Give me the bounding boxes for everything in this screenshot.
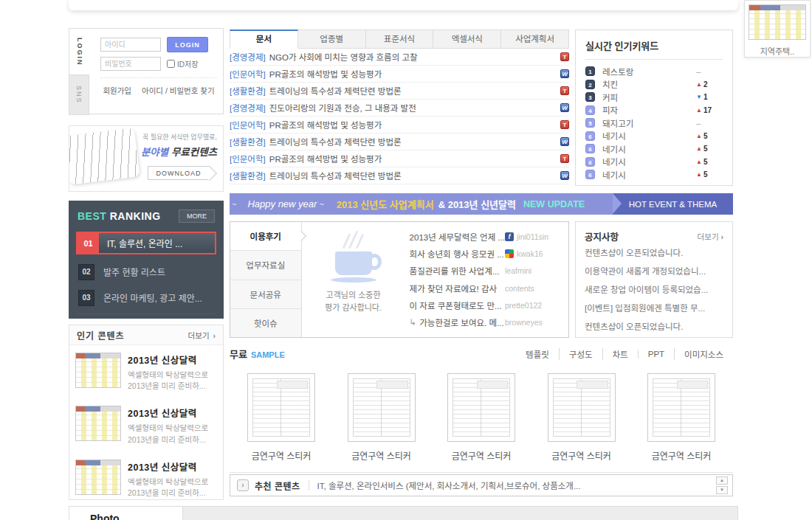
sample-links: 템플릿 구성도 차트 PPT 이미지소스 xyxy=(516,348,733,360)
document-row[interactable]: [인문어학]PR골조의 해석방법 및 성능평가W xyxy=(230,66,569,83)
saucer-icon xyxy=(331,277,376,282)
notice-item[interactable]: 이용약관이 새롭게 개정되었습니... xyxy=(585,262,723,280)
word-file-icon: W xyxy=(560,137,569,146)
tab-excel-forms[interactable]: 엑셀서식 xyxy=(433,30,501,49)
save-id-checkbox[interactable] xyxy=(167,60,175,68)
review-item[interactable]: 회사 송년회 행사 응모권 ...kwak16 xyxy=(410,246,561,261)
tab-standard-forms[interactable]: 표준서식 xyxy=(366,30,434,49)
popular-contents-panel: 인기 콘텐츠 더보기 › 2013년 신상달력엑셀형태의 탁상달력으로 2013… xyxy=(69,325,224,500)
hwp-file-icon: T xyxy=(560,120,569,129)
document-row[interactable]: [인문어학]PR골조의 해석방법 및 성능평가T xyxy=(230,150,569,167)
recommend-spinner: ▲ ▼ xyxy=(716,476,728,494)
calendar-thumbnail xyxy=(75,406,121,441)
steam-icon xyxy=(345,231,361,249)
document-thumbnail xyxy=(647,373,715,442)
sample-title: 무료 xyxy=(230,347,247,361)
link-template[interactable]: 템플릿 xyxy=(516,348,559,360)
review-item[interactable]: 이 자료 쿠폰형태로도 만...prette0122 xyxy=(410,298,561,313)
recommend-text[interactable]: IT, 솔루션, 온라인서비스 (제안서, 회사소개서, 기획서,브로슈어, 상… xyxy=(317,479,712,491)
keyword-item[interactable]: 6네기시▲5 xyxy=(585,130,723,143)
document-row[interactable]: [생활환경]트레이닝의 특수성과 체력단련 방법론T xyxy=(230,83,569,100)
recommend-label: 추천 콘텐츠 xyxy=(255,479,300,492)
tab-document-share[interactable]: 문서공유 xyxy=(230,280,301,309)
tab-industry[interactable]: 업종별 xyxy=(298,30,366,49)
document-thumbnail xyxy=(548,373,616,442)
document-row[interactable]: [생활환경]트레이닝의 특수성과 체력단련 방법론W xyxy=(230,134,569,150)
login-button[interactable]: LOGIN xyxy=(167,37,208,52)
signup-link[interactable]: 회원가입 xyxy=(103,85,131,96)
tab-user-reviews[interactable]: 이용후기 xyxy=(230,222,301,251)
tab-documents[interactable]: 문서 xyxy=(230,30,298,49)
keyword-item[interactable]: 5돼지고기– xyxy=(585,117,723,130)
document-row[interactable]: [경영경제]NGO가 사회에 미치는 영향과 흐름의 고찰T xyxy=(230,49,569,66)
best-ranking-panel: BEST RANKING MORE 01 IT, 솔루션, 온라인 ... 02… xyxy=(69,201,224,319)
link-diagram[interactable]: 구성도 xyxy=(559,348,602,360)
document-thumbnail xyxy=(348,373,416,442)
banner-highlight-text: 2013 신년도 사업계획서 xyxy=(337,197,434,211)
tab-hot-issue[interactable]: 핫이슈 xyxy=(230,309,301,337)
notice-item[interactable]: 컨텐츠샵이 오픈되었습니다. xyxy=(585,317,723,336)
scroll-up-button[interactable]: ▲ xyxy=(716,476,728,485)
document-row[interactable]: [경영경제]진도아리랑의 기원과 전승, 그 내용과 발전W xyxy=(230,100,569,117)
sample-card[interactable]: 금연구역 스티커 xyxy=(348,373,416,462)
notice-item[interactable]: 컨텐츠샵이 오픈되었습니다. xyxy=(585,243,723,262)
keyword-item[interactable]: 6네기시▲5 xyxy=(585,142,723,156)
link-ppt[interactable]: PPT xyxy=(638,350,674,358)
keyword-item[interactable]: 6네기시▲5 xyxy=(585,168,723,181)
free-contents-promo[interactable]: 꼭 필요한 서식만 업무별로, 분야별 무료컨텐츠 DOWNLOAD xyxy=(69,125,224,192)
keyword-item[interactable]: 2치킨▲2 xyxy=(585,78,723,91)
sample-card[interactable]: 금연구역 스티커 xyxy=(647,373,715,462)
review-item[interactable]: 2013년 세무달력은 언제 ...fjini011sin xyxy=(410,229,561,244)
password-input[interactable] xyxy=(100,57,161,71)
popular-item[interactable]: 2013년 신상달력엑셀형태의 탁상달력으로 2013년을 미리 준비하... xyxy=(69,345,223,398)
notice-item[interactable]: 새로운 창업 아이템이 등록되었습... xyxy=(585,280,723,299)
event-banner[interactable]: ~ Happy new year ~ 2013 신년도 사업계획서 & 2013… xyxy=(230,193,733,215)
link-chart[interactable]: 차트 xyxy=(602,348,638,360)
recommend-expand-button[interactable]: › xyxy=(237,479,249,491)
ranking-item-2[interactable]: 02 발주 현황 리스트 xyxy=(69,259,224,285)
notice-title: 공지사항 xyxy=(585,229,619,243)
keyword-item[interactable]: 1레스토랑– xyxy=(585,65,723,78)
ranking-item-3[interactable]: 03 온라인 마케팅, 광고 제안... xyxy=(69,285,224,311)
reviews-caption: 고객님의 소중한 평가 감사합니다. xyxy=(325,289,382,313)
brush-kit-image xyxy=(69,128,140,184)
sparkle-icon: ~ xyxy=(232,200,236,209)
review-item[interactable]: 제가 찾던 자료에요! 감사contents xyxy=(410,280,561,296)
corner-content-card[interactable]: 지역주택.. xyxy=(744,0,811,58)
document-row[interactable]: [생활환경]트레이닝의 특수성과 체력단련 방법론W xyxy=(230,167,569,184)
up-arrow-icon: ▲ xyxy=(696,171,702,178)
free-sample-section: 무료 SAMPLE 템플릿 구성도 차트 PPT 이미지소스 금연구역 스티커 … xyxy=(230,347,733,473)
scroll-down-button[interactable]: ▼ xyxy=(716,486,728,494)
download-button[interactable]: DOWNLOAD xyxy=(148,166,210,180)
sample-card[interactable]: 금연구역 스티커 xyxy=(548,373,616,462)
keyword-item[interactable]: 4피자▲17 xyxy=(585,104,723,117)
keyword-item[interactable]: 6네기시▲5 xyxy=(585,156,723,169)
popular-more-link[interactable]: 더보기 › xyxy=(188,330,216,341)
hot-event-link[interactable]: HOT EVENT & THEMA xyxy=(613,193,733,215)
notice-item[interactable]: [이벤트] 입점회원에겐 특별한 무... xyxy=(585,299,723,317)
ranking-more-button[interactable]: MORE xyxy=(179,209,215,223)
coffee-cup-illustration: 고객님의 소중한 평가 감사합니다. xyxy=(302,222,405,337)
document-row[interactable]: [인문어학]PR골조의 해석방법 및 성능평가T xyxy=(230,117,569,134)
recommend-bar: › 추천 콘텐츠 IT, 솔루션, 온라인서비스 (제안서, 회사소개서, 기획… xyxy=(230,474,733,496)
sample-card[interactable]: 금연구역 스티커 xyxy=(447,373,515,462)
best-ranking-title: BEST RANKING xyxy=(78,210,161,222)
review-item[interactable]: ↳가능한걸로 보여요. 메...browneyes xyxy=(410,315,561,330)
sns-vertical-tab[interactable]: SNS xyxy=(69,74,89,115)
review-item[interactable]: 품질관리를 위한 사업계...leafmini xyxy=(410,263,561,279)
popular-item[interactable]: 2013년 신상달력엑셀형태의 탁상달력으로 2013년을 미리 준비하... xyxy=(69,398,223,451)
tab-business-plan[interactable]: 사업계획서 xyxy=(501,30,569,49)
cup-icon xyxy=(335,252,372,275)
keyword-item[interactable]: 3커피▼1 xyxy=(585,91,723,104)
notice-more-link[interactable]: 더보기 › xyxy=(698,231,723,242)
document-tabs: 문서 업종별 표준서식 엑셀서식 사업계획서 xyxy=(230,30,569,49)
popular-item[interactable]: 2013년 신상달력엑셀형태의 탁상달력으로 2013년을 미리 준비하... xyxy=(69,452,223,505)
ranking-item-1[interactable]: 01 IT, 솔루션, 온라인 ... xyxy=(76,232,216,254)
login-vertical-tab[interactable]: LOGIN xyxy=(69,29,89,74)
id-input[interactable] xyxy=(100,38,161,52)
tab-work-materials[interactable]: 업무자료실 xyxy=(230,251,301,280)
banner-new-update: NEW UPDATE xyxy=(523,199,585,209)
link-image-source[interactable]: 이미지소스 xyxy=(674,348,733,360)
sample-card[interactable]: 금연구역 스티커 xyxy=(247,373,315,462)
find-account-link[interactable]: 아이디 / 비밀번호 찾기 xyxy=(142,85,215,96)
